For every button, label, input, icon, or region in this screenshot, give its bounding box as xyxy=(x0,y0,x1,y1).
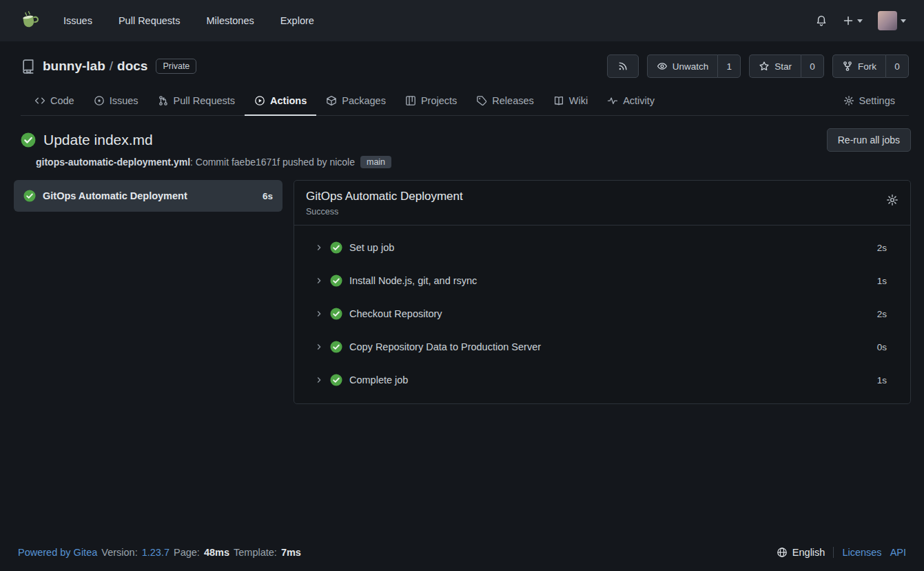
licenses-link[interactable]: Licenses xyxy=(842,547,881,558)
branch-badge[interactable]: main xyxy=(360,156,391,168)
language-selector[interactable]: English xyxy=(777,547,825,558)
chevron-right-icon xyxy=(315,310,323,318)
chevron-right-icon xyxy=(315,343,323,351)
avatar xyxy=(878,11,897,30)
job-status-text: Success xyxy=(306,207,463,217)
footer-divider xyxy=(833,547,834,558)
fork-count[interactable]: 0 xyxy=(885,54,909,78)
actions-run-view: Update index.md Re-run all jobs gitops-a… xyxy=(0,116,924,534)
chevron-down-icon xyxy=(901,19,906,23)
navbar-right xyxy=(815,11,906,30)
nav-item-milestones[interactable]: Milestones xyxy=(206,15,254,26)
chevron-right-icon xyxy=(315,277,323,285)
template-time-value: 7ms xyxy=(281,547,301,558)
repo-name-link[interactable]: docs xyxy=(117,59,147,74)
user-menu-button[interactable] xyxy=(878,11,906,30)
tab-releases[interactable]: Releases xyxy=(466,87,543,116)
page-footer: Powered by Gitea Version: 1.23.7 Page: 4… xyxy=(0,534,924,571)
job-status-success-icon xyxy=(23,190,36,202)
step-duration: 1s xyxy=(877,375,887,385)
notifications-button[interactable] xyxy=(815,14,828,27)
tab-packages[interactable]: Packages xyxy=(316,87,396,116)
repo-owner-link[interactable]: bunny-lab xyxy=(43,59,105,74)
tag-icon xyxy=(476,95,487,106)
run-title-wrap: Update index.md xyxy=(14,132,153,148)
footer-left: Powered by Gitea Version: 1.23.7 Page: 4… xyxy=(18,547,301,558)
unwatch-button[interactable]: Unwatch xyxy=(647,54,718,78)
watch-count[interactable]: 1 xyxy=(717,54,741,78)
tab-label: Settings xyxy=(859,95,895,106)
job-list-item[interactable]: GitOps Automatic Deployment 6s xyxy=(14,180,283,212)
api-link[interactable]: API xyxy=(890,547,906,558)
step-duration: 1s xyxy=(877,276,887,286)
tab-label: Projects xyxy=(421,95,457,106)
nav-item-issues[interactable]: Issues xyxy=(63,15,92,26)
step-duration: 2s xyxy=(877,309,887,319)
book-icon xyxy=(553,95,564,106)
step-duration: 0s xyxy=(877,342,887,352)
run-subtitle: gitops-automatic-deployment.yml: Commit … xyxy=(36,155,911,169)
template-time-label: Template: xyxy=(234,547,277,558)
powered-by-gitea-link[interactable]: Powered by Gitea xyxy=(18,547,97,558)
nav-item-explore[interactable]: Explore xyxy=(280,15,314,26)
repo-header: bunny-lab / docs Private Unwatch 1 xyxy=(0,41,924,116)
tab-actions[interactable]: Actions xyxy=(245,87,316,116)
code-icon xyxy=(34,95,45,106)
tab-activity[interactable]: Activity xyxy=(597,87,664,116)
globe-icon xyxy=(777,547,788,558)
version-link[interactable]: 1.23.7 xyxy=(142,547,170,558)
create-new-button[interactable] xyxy=(843,15,863,26)
tab-code[interactable]: Code xyxy=(25,87,84,116)
workflow-file-name: gitops-automatic-deployment.yml xyxy=(36,157,190,168)
gitea-logo[interactable] xyxy=(19,10,41,32)
nav-item-pull-requests[interactable]: Pull Requests xyxy=(119,15,180,26)
rss-icon xyxy=(617,61,628,72)
issue-icon xyxy=(94,95,105,106)
tab-wiki[interactable]: Wiki xyxy=(544,87,597,116)
language-label: English xyxy=(792,547,825,558)
step-name: Checkout Repository xyxy=(349,308,870,319)
tab-projects[interactable]: Projects xyxy=(396,87,466,116)
step-status-success-icon xyxy=(330,308,342,320)
gitea-cup-icon xyxy=(19,10,41,32)
footer-right: English Licenses API xyxy=(777,547,906,558)
step-row[interactable]: Set up job 2s xyxy=(294,231,910,264)
step-row[interactable]: Copy Repository Data to Production Serve… xyxy=(294,330,910,363)
step-row[interactable]: Checkout Repository 2s xyxy=(294,297,910,330)
chevron-down-icon xyxy=(857,19,863,23)
star-count[interactable]: 0 xyxy=(801,54,824,78)
tab-label: Actions xyxy=(270,95,307,106)
fork-button[interactable]: Fork xyxy=(832,54,885,78)
rerun-all-jobs-button[interactable]: Re-run all jobs xyxy=(827,128,911,152)
fork-icon xyxy=(842,61,853,72)
package-icon xyxy=(326,95,337,106)
tab-label: Packages xyxy=(342,95,386,106)
tab-pull-requests[interactable]: Pull Requests xyxy=(148,87,245,116)
step-status-success-icon xyxy=(330,274,342,287)
repo-icon xyxy=(21,59,36,74)
step-row[interactable]: Complete job 1s xyxy=(294,363,910,397)
star-button[interactable]: Star xyxy=(749,54,801,78)
eye-icon xyxy=(657,61,668,72)
pull-request-icon xyxy=(158,95,169,106)
job-duration: 6s xyxy=(263,191,273,201)
page-time-value: 48ms xyxy=(204,547,229,558)
step-row[interactable]: Install Node.js, git, and rsync 1s xyxy=(294,264,910,297)
top-navbar: Issues Pull Requests Milestones Explore xyxy=(0,0,924,41)
job-name: GitOps Automatic Deployment xyxy=(43,190,256,201)
plus-icon xyxy=(843,15,854,26)
tab-settings[interactable]: Settings xyxy=(834,87,905,116)
job-settings-button[interactable] xyxy=(886,194,899,206)
rss-feed-button[interactable] xyxy=(607,54,639,78)
job-list: GitOps Automatic Deployment 6s xyxy=(14,180,283,212)
step-duration: 2s xyxy=(877,243,887,253)
tab-issues[interactable]: Issues xyxy=(84,87,148,116)
job-detail-panel: GitOps Automatic Deployment Success Set … xyxy=(294,180,911,404)
repo-path-separator: / xyxy=(110,59,113,74)
star-icon xyxy=(759,61,770,72)
chevron-right-icon xyxy=(315,376,323,384)
chevron-right-icon xyxy=(315,243,323,252)
step-name: Complete job xyxy=(349,374,870,385)
step-status-success-icon xyxy=(330,341,342,353)
job-panel-title: GitOps Automatic Deployment xyxy=(306,190,463,203)
